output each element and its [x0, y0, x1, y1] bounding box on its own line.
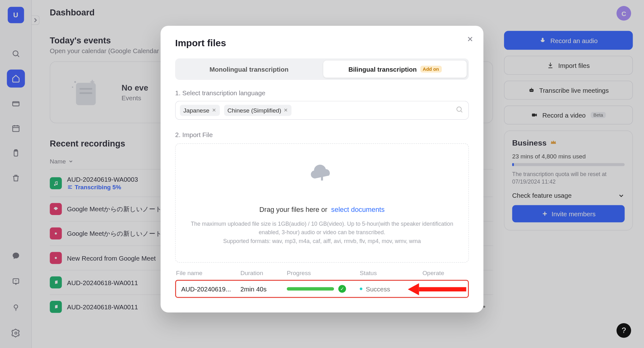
close-icon: [466, 35, 474, 43]
chip-remove-icon[interactable]: ✕: [284, 107, 288, 113]
uploaded-file-progress: ✓: [287, 285, 360, 293]
language-chip-chinese[interactable]: Chinese (Simplified)✕: [224, 105, 291, 116]
upload-table-header: File name Duration Progress Status Opera…: [175, 269, 469, 276]
step2-label: 2. Import File: [175, 131, 469, 138]
svg-point-19: [457, 107, 461, 111]
step1-label: 1. Select transcription language: [175, 89, 469, 97]
language-chip-japanese[interactable]: Japanese✕: [180, 105, 220, 116]
import-files-modal: Import files Monolingual transcription B…: [161, 26, 484, 312]
dropzone-text: Drag your files here or select documents: [259, 206, 385, 214]
chip-remove-icon[interactable]: ✕: [212, 107, 216, 113]
upload-cloud-icon: [310, 160, 334, 186]
tab-monolingual[interactable]: Monolingual transcription: [177, 61, 321, 78]
addon-badge: Add on: [420, 66, 441, 73]
file-dropzone[interactable]: Drag your files here or select documents…: [175, 143, 469, 263]
check-icon: ✓: [338, 285, 346, 293]
select-documents-link[interactable]: select documents: [331, 206, 385, 213]
tab-bilingual[interactable]: Bilingual transcription Add on: [323, 61, 467, 78]
dropzone-hint: The maximum uploaded file size is 1GB(au…: [188, 220, 455, 246]
uploaded-file-name: AUD-20240619...: [181, 285, 240, 292]
search-icon: [456, 106, 464, 115]
modal-close-button[interactable]: [466, 35, 474, 45]
uploaded-file-duration: 2min 40s: [241, 285, 287, 292]
annotation-arrow: [408, 283, 466, 295]
help-fab[interactable]: ?: [617, 323, 631, 338]
transcription-mode-tabs: Monolingual transcription Bilingual tran…: [175, 58, 469, 80]
modal-title: Import files: [175, 38, 469, 49]
language-select[interactable]: Japanese✕ Chinese (Simplified)✕: [175, 101, 469, 120]
